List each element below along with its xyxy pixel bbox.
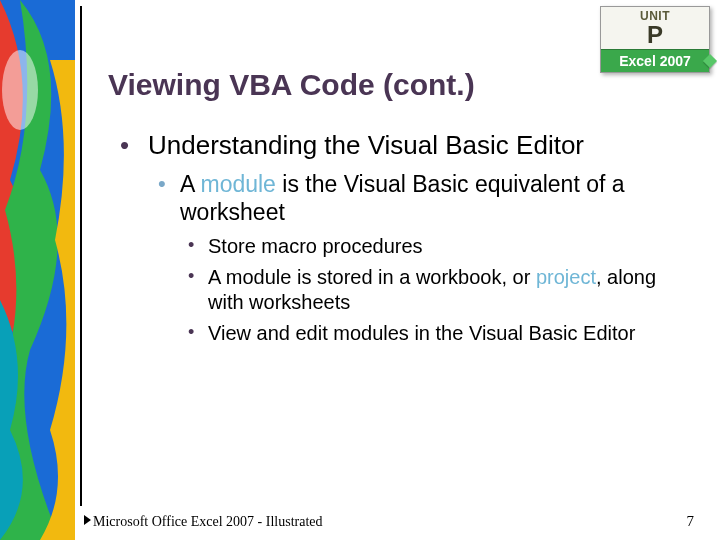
decorative-sidebar-art: [0, 0, 75, 540]
bullet-level3: Store macro procedures: [180, 234, 688, 259]
bullet-text: View and edit modules in the Visual Basi…: [208, 322, 635, 344]
keyword-project: project: [536, 266, 596, 288]
bullet-level3: View and edit modules in the Visual Basi…: [180, 321, 688, 346]
page-number: 7: [687, 513, 695, 530]
text-segment: A: [180, 171, 200, 197]
keyword-module: module: [200, 171, 275, 197]
svg-point-1: [2, 50, 38, 130]
vertical-divider: [80, 6, 82, 506]
bullet-text: Understanding the Visual Basic Editor: [148, 130, 584, 160]
bullet-level3: A module is stored in a workbook, or pro…: [180, 265, 688, 315]
badge-unit-letter: P: [601, 23, 709, 49]
slide-body: Understanding the Visual Basic Editor A …: [108, 130, 688, 354]
footer-text: Microsoft Office Excel 2007 - Illustrate…: [84, 514, 323, 530]
bullet-level1: Understanding the Visual Basic Editor A …: [108, 130, 688, 346]
slide-title: Viewing VBA Code (cont.): [108, 68, 475, 102]
badge-product-label: Excel 2007: [601, 49, 709, 72]
bullet-text: Store macro procedures: [208, 235, 423, 257]
bullet-level2: A module is the Visual Basic equivalent …: [148, 171, 688, 346]
text-segment: A module is stored in a workbook, or: [208, 266, 536, 288]
unit-badge: UNIT P Excel 2007: [600, 6, 710, 73]
